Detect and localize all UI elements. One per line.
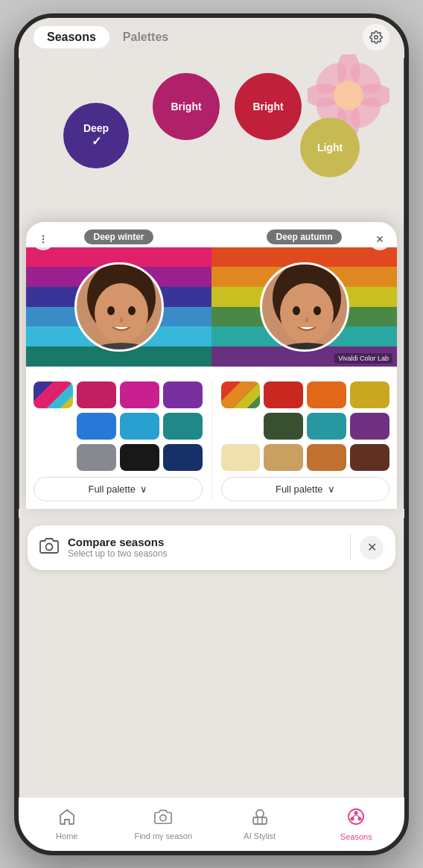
main-content: Seasons Palettes — [19, 18, 404, 797]
compare-seasons-subtitle: Select up to two seasons — [68, 548, 341, 559]
left-palette: Full palette ∨ — [34, 381, 203, 501]
nav-item-ai-stylist[interactable]: AI Stylist — [212, 802, 308, 846]
left-swatch-3[interactable] — [163, 381, 203, 408]
left-swatch-8[interactable] — [120, 444, 159, 471]
right-face-overlay — [260, 262, 349, 352]
svg-point-28 — [160, 814, 166, 820]
right-chevron-icon: ∨ — [328, 484, 335, 495]
right-swatch-1[interactable] — [264, 381, 303, 408]
svg-point-9 — [334, 80, 363, 110]
svg-point-18 — [128, 306, 136, 315]
bubble-bright-left[interactable]: Bright — [153, 73, 220, 140]
right-swatch-10[interactable] — [350, 444, 389, 471]
left-swatch-multi[interactable] — [34, 381, 73, 408]
seasons-icon — [347, 808, 365, 830]
palette-divider — [212, 381, 212, 501]
compare-bar-divider — [350, 534, 351, 561]
left-full-palette-button[interactable]: Full palette ∨ — [34, 477, 203, 501]
svg-point-27 — [46, 543, 53, 550]
right-swatch-4[interactable] — [264, 413, 303, 440]
menu-dots-button[interactable] — [32, 228, 54, 250]
top-nav: Seasons Palettes — [19, 18, 404, 58]
spacer — [19, 509, 404, 518]
comparison-card: Deep winter Deep autumn — [26, 222, 397, 509]
compare-seasons-bar: Compare seasons Select up to two seasons… — [28, 525, 395, 570]
compare-close-button[interactable]: ✕ — [360, 536, 384, 560]
left-swatch-7[interactable] — [77, 444, 116, 471]
svg-point-10 — [42, 235, 44, 236]
left-season-label: Deep winter — [84, 229, 153, 244]
compare-seasons-title: Compare seasons — [68, 536, 341, 548]
nav-home-label: Home — [56, 831, 77, 840]
right-swatch-2[interactable] — [307, 381, 346, 408]
nav-item-home[interactable]: Home — [19, 802, 115, 846]
right-swatch-7[interactable] — [221, 444, 261, 471]
left-face-circle — [74, 262, 164, 352]
bubble-bright-left-label: Bright — [171, 101, 201, 113]
watermark-label: Vivaldi Color Lab — [334, 353, 392, 364]
right-swatch-9[interactable] — [307, 444, 346, 471]
left-swatch-5[interactable] — [120, 413, 159, 440]
svg-point-24 — [314, 306, 321, 315]
right-swatch-3[interactable] — [350, 381, 389, 408]
svg-point-11 — [42, 238, 44, 239]
left-palette-row3 — [34, 444, 203, 471]
left-chevron-icon: ∨ — [140, 484, 147, 495]
left-swatch-1[interactable] — [77, 381, 116, 408]
nav-tabs: Seasons Palettes — [34, 26, 182, 48]
phone-frame: 9:41 📶 🔋 Seasons Palettes — [14, 13, 409, 855]
bubble-light-label: Light — [317, 142, 343, 153]
svg-point-26 — [271, 343, 343, 352]
right-spacer — [221, 413, 261, 440]
nav-item-seasons[interactable]: Seasons — [308, 802, 405, 847]
stripes-faces-area: Vivaldi Color Lab — [26, 247, 397, 367]
svg-point-23 — [293, 306, 300, 315]
compare-text-block: Compare seasons Select up to two seasons — [68, 536, 341, 559]
left-spacer2 — [34, 444, 73, 471]
bottom-nav: Home Find my season AI Stylist — [19, 797, 404, 851]
right-swatch-6[interactable] — [350, 413, 389, 440]
left-swatch-2[interactable] — [120, 381, 159, 408]
find-season-icon — [154, 808, 172, 829]
svg-point-34 — [354, 811, 358, 814]
ai-stylist-icon — [251, 808, 269, 829]
svg-point-20 — [86, 343, 157, 352]
svg-point-22 — [280, 283, 334, 343]
tab-palettes[interactable]: Palettes — [109, 26, 182, 48]
tab-seasons[interactable]: Seasons — [34, 26, 109, 48]
left-swatch-6[interactable] — [163, 413, 203, 440]
right-palette-row3 — [221, 444, 390, 471]
nav-item-find-season[interactable]: Find my season — [115, 802, 212, 846]
right-full-palette-label: Full palette — [276, 484, 323, 495]
svg-point-17 — [107, 306, 115, 315]
right-palette-row2 — [221, 413, 390, 440]
bubble-deep[interactable]: Deep ✓ — [63, 103, 129, 168]
svg-point-12 — [42, 241, 44, 242]
right-face-circle — [260, 262, 349, 352]
left-season-label-container: Deep winter — [26, 222, 212, 247]
right-full-palette-button[interactable]: Full palette ∨ — [221, 477, 390, 501]
close-button[interactable] — [369, 228, 391, 250]
left-swatch-9[interactable] — [163, 444, 203, 471]
left-palette-row1 — [34, 381, 203, 408]
right-swatch-5[interactable] — [307, 413, 346, 440]
left-face-overlay — [74, 262, 164, 352]
left-palette-row2 — [34, 413, 203, 440]
gear-button[interactable] — [363, 24, 389, 51]
right-palette-row1 — [221, 381, 390, 408]
nav-seasons-label: Seasons — [340, 832, 372, 841]
left-swatch-4[interactable] — [77, 413, 116, 440]
right-palette: Full palette ∨ — [221, 381, 390, 501]
bubble-deep-check: ✓ — [92, 134, 101, 148]
bubble-bright-right[interactable]: Bright — [235, 73, 302, 140]
svg-point-30 — [256, 810, 264, 817]
bubble-light[interactable]: Light — [300, 118, 360, 177]
left-full-palette-label: Full palette — [88, 484, 136, 495]
nav-ai-stylist-label: AI Stylist — [244, 831, 276, 840]
svg-point-16 — [95, 283, 148, 343]
right-swatch-8[interactable] — [264, 444, 303, 471]
right-swatch-multi[interactable] — [221, 381, 261, 408]
svg-point-0 — [375, 35, 378, 39]
home-icon — [58, 808, 76, 829]
nav-find-season-label: Find my season — [134, 831, 192, 840]
